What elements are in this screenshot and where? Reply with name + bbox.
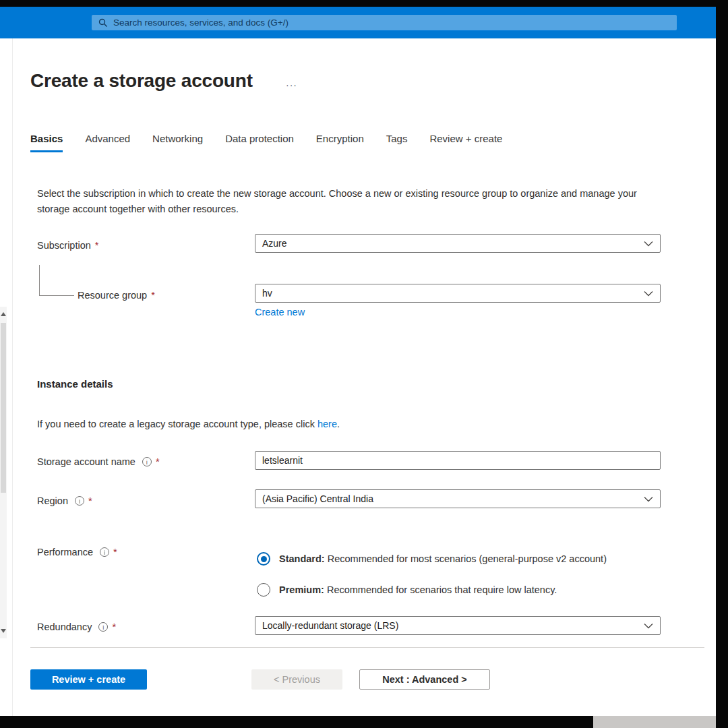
window-right-strip: [716, 0, 728, 728]
chevron-down-icon: [644, 496, 653, 502]
required-asterisk: *: [151, 290, 155, 301]
resource-group-connector-line: [39, 265, 74, 296]
info-icon[interactable]: i: [142, 457, 152, 466]
tab-advanced[interactable]: Advanced: [85, 133, 130, 152]
tab-review-create[interactable]: Review + create: [429, 133, 502, 152]
legacy-here-link[interactable]: here: [317, 419, 337, 429]
storage-account-name-value: letslearnit: [262, 455, 303, 466]
region-label: Region i *: [37, 495, 92, 506]
region-label-text: Region: [37, 495, 68, 506]
legacy-note-prefix: If you need to create a legacy storage a…: [37, 419, 317, 429]
search-icon: [98, 18, 108, 28]
window-top-strip: [0, 0, 728, 7]
info-icon[interactable]: i: [100, 547, 109, 557]
subscription-label-text: Subscription: [37, 240, 91, 251]
radio-selected-icon[interactable]: [257, 552, 270, 566]
page-title: Create a storage account: [30, 70, 253, 92]
radio-unselected-icon[interactable]: [257, 583, 270, 597]
review-create-button[interactable]: Review + create: [30, 669, 147, 690]
vertical-scrollbar-thumb[interactable]: [1, 323, 6, 493]
tab-tags[interactable]: Tags: [386, 133, 408, 152]
tab-data-protection[interactable]: Data protection: [225, 133, 294, 152]
performance-standard-name: Standard:: [279, 553, 325, 564]
chevron-down-icon: [644, 241, 653, 247]
redundancy-label: Redundancy i *: [37, 621, 116, 632]
performance-premium-text: Premium: Recommended for scenarios that …: [279, 584, 557, 595]
search-placeholder-text: Search resources, services, and docs (G+…: [113, 18, 289, 28]
required-asterisk: *: [112, 621, 116, 632]
storage-account-name-label-text: Storage account name: [37, 456, 135, 467]
legacy-note-suffix: .: [337, 419, 340, 429]
azure-create-storage-account-page: Search resources, services, and docs (G+…: [0, 0, 728, 728]
blade-left-edge: [12, 38, 13, 716]
required-asterisk: *: [88, 495, 92, 506]
required-asterisk: *: [113, 547, 117, 557]
tab-networking[interactable]: Networking: [152, 133, 203, 152]
performance-premium-name: Premium:: [279, 584, 324, 595]
performance-standard-text: Standard: Recommended for most scenarios…: [279, 553, 607, 564]
subscription-dropdown[interactable]: Azure: [255, 234, 661, 253]
resource-group-dropdown[interactable]: hv: [255, 284, 661, 303]
create-new-link[interactable]: Create new: [255, 307, 305, 317]
performance-option-premium[interactable]: Premium: Recommended for scenarios that …: [257, 583, 557, 597]
resource-group-label: Resource group *: [78, 290, 155, 301]
redundancy-label-text: Redundancy: [37, 621, 92, 632]
azure-top-bar: Search resources, services, and docs (G+…: [0, 7, 716, 38]
region-value: (Asia Pacific) Central India: [262, 493, 373, 504]
performance-standard-description: Recommended for most scenarios (general-…: [325, 553, 607, 564]
info-icon[interactable]: i: [75, 496, 84, 506]
resource-group-value: hv: [262, 288, 272, 299]
tab-encryption[interactable]: Encryption: [316, 133, 364, 152]
tab-basics[interactable]: Basics: [30, 133, 63, 152]
vertical-scrollbar[interactable]: [0, 307, 7, 638]
storage-account-name-input[interactable]: letslearnit: [255, 451, 661, 470]
more-menu-ellipsis[interactable]: ···: [286, 80, 297, 90]
instance-details-heading: Instance details: [37, 378, 113, 390]
performance-label: Performance i *: [37, 547, 117, 557]
subscription-label: Subscription *: [37, 240, 98, 251]
horizontal-scrollbar-thumb[interactable]: [593, 716, 716, 728]
radio-dot: [261, 556, 267, 562]
footer-divider: [30, 647, 704, 648]
scroll-down-arrow-icon[interactable]: [1, 629, 6, 633]
region-dropdown[interactable]: (Asia Pacific) Central India: [255, 489, 661, 508]
performance-premium-description: Recommended for scenarios that require l…: [324, 584, 557, 595]
legacy-note: If you need to create a legacy storage a…: [37, 419, 340, 429]
storage-account-name-label: Storage account name i *: [37, 456, 160, 467]
redundancy-dropdown[interactable]: Locally-redundant storage (LRS): [255, 616, 661, 635]
chevron-down-icon: [644, 291, 653, 297]
resource-group-label-text: Resource group: [78, 290, 147, 301]
intro-text: Select the subscription in which to crea…: [37, 186, 659, 217]
performance-option-standard[interactable]: Standard: Recommended for most scenarios…: [257, 552, 607, 566]
performance-label-text: Performance: [37, 547, 93, 557]
required-asterisk: *: [156, 456, 160, 467]
subscription-value: Azure: [262, 238, 287, 249]
required-asterisk: *: [95, 240, 99, 251]
wizard-tabs: Basics Advanced Networking Data protecti…: [30, 133, 502, 152]
chevron-down-icon: [644, 623, 653, 629]
global-search-input[interactable]: Search resources, services, and docs (G+…: [92, 15, 677, 30]
next-advanced-button[interactable]: Next : Advanced >: [359, 669, 490, 690]
info-icon[interactable]: i: [98, 622, 108, 632]
scroll-up-arrow-icon[interactable]: [1, 312, 6, 316]
redundancy-value: Locally-redundant storage (LRS): [262, 620, 398, 631]
previous-button[interactable]: < Previous: [251, 669, 342, 690]
